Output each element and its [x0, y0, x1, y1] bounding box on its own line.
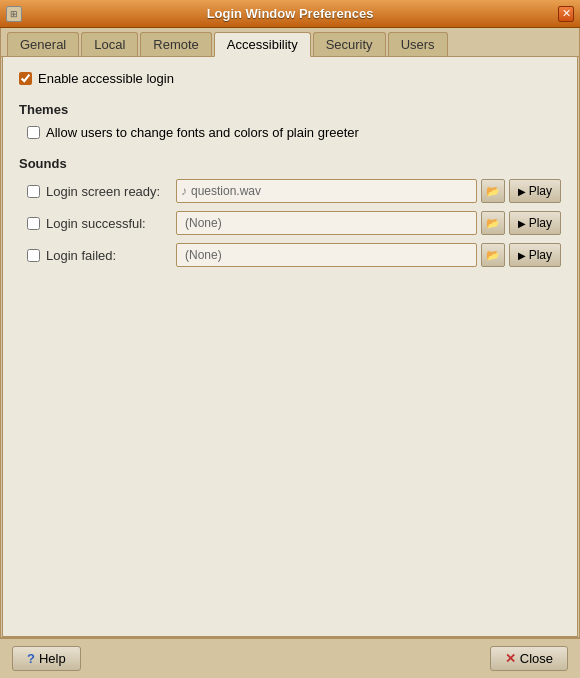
sounds-heading: Sounds: [19, 156, 561, 171]
tab-general[interactable]: General: [7, 32, 79, 56]
tab-users[interactable]: Users: [388, 32, 448, 56]
sound-browse-button-2[interactable]: 📂: [481, 243, 505, 267]
sound-login-successful-field: (None): [176, 211, 477, 235]
play-icon-2: ▶: [518, 250, 526, 261]
tab-remote[interactable]: Remote: [140, 32, 212, 56]
themes-section: Themes Allow users to change fonts and c…: [19, 102, 561, 140]
sound-login-successful-checkbox[interactable]: [27, 217, 40, 230]
titlebar: ⊞ Login Window Preferences ✕: [0, 0, 580, 28]
sound-file-text-0: question.wav: [191, 184, 472, 198]
titlebar-title: Login Window Preferences: [22, 6, 558, 21]
accessibility-content: Enable accessible login Themes Allow use…: [2, 57, 578, 637]
sound-file-text-1: (None): [185, 216, 472, 230]
themes-checkbox[interactable]: [27, 126, 40, 139]
close-icon: ✕: [505, 651, 516, 666]
sound-browse-button-0[interactable]: 📂: [481, 179, 505, 203]
help-icon: ?: [27, 651, 35, 666]
titlebar-icon: ⊞: [6, 6, 22, 22]
tabbar: General Local Remote Accessibility Secur…: [1, 28, 579, 57]
play-label-1: Play: [529, 216, 552, 230]
play-label-0: Play: [529, 184, 552, 198]
sound-play-button-1[interactable]: ▶ Play: [509, 211, 561, 235]
sound-row-login-successful: Login successful: (None) 📂 ▶ Play: [27, 211, 561, 235]
help-button[interactable]: ? Help: [12, 646, 81, 671]
sound-play-button-0[interactable]: ▶ Play: [509, 179, 561, 203]
browse-icon-2: 📂: [486, 249, 500, 262]
themes-label[interactable]: Allow users to change fonts and colors o…: [46, 125, 359, 140]
sound-login-screen-ready-field: ♪ question.wav: [176, 179, 477, 203]
play-icon-1: ▶: [518, 218, 526, 229]
sound-login-screen-ready-checkbox[interactable]: [27, 185, 40, 198]
sound-play-button-2[interactable]: ▶ Play: [509, 243, 561, 267]
themes-heading: Themes: [19, 102, 561, 117]
tab-accessibility[interactable]: Accessibility: [214, 32, 311, 57]
sound-browse-button-1[interactable]: 📂: [481, 211, 505, 235]
sound-login-screen-ready-label[interactable]: Login screen ready:: [46, 184, 176, 199]
close-label: Close: [520, 651, 553, 666]
themes-row: Allow users to change fonts and colors o…: [27, 125, 561, 140]
sound-row-login-screen-ready: Login screen ready: ♪ question.wav 📂 ▶ P…: [27, 179, 561, 203]
sound-login-failed-label[interactable]: Login failed:: [46, 248, 176, 263]
sound-file-icon-0: ♪: [181, 184, 187, 198]
help-label: Help: [39, 651, 66, 666]
sound-file-text-2: (None): [185, 248, 472, 262]
close-button[interactable]: ✕ Close: [490, 646, 568, 671]
browse-icon-1: 📂: [486, 217, 500, 230]
play-icon-0: ▶: [518, 186, 526, 197]
enable-accessible-label[interactable]: Enable accessible login: [38, 71, 174, 86]
bottombar: ? Help ✕ Close: [0, 638, 580, 678]
sound-row-login-failed: Login failed: (None) 📂 ▶ Play: [27, 243, 561, 267]
sound-login-successful-label[interactable]: Login successful:: [46, 216, 176, 231]
main-window: General Local Remote Accessibility Secur…: [0, 28, 580, 638]
titlebar-close-button[interactable]: ✕: [558, 6, 574, 22]
tab-local[interactable]: Local: [81, 32, 138, 56]
sounds-section: Sounds Login screen ready: ♪ question.wa…: [19, 156, 561, 267]
enable-accessible-row: Enable accessible login: [19, 71, 561, 86]
enable-accessible-checkbox[interactable]: [19, 72, 32, 85]
play-label-2: Play: [529, 248, 552, 262]
browse-icon-0: 📂: [486, 185, 500, 198]
sound-login-failed-checkbox[interactable]: [27, 249, 40, 262]
tab-security[interactable]: Security: [313, 32, 386, 56]
sound-login-failed-field: (None): [176, 243, 477, 267]
